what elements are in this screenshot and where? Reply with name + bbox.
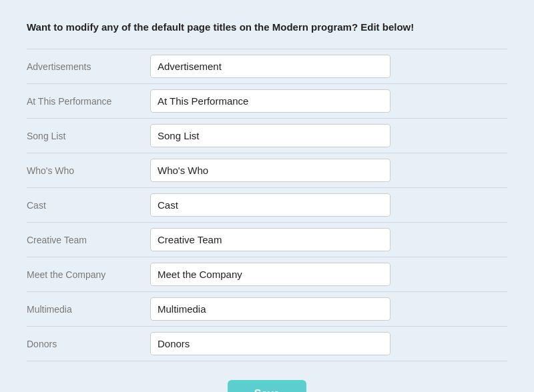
save-button[interactable]: Save bbox=[228, 380, 307, 392]
page-header: Want to modify any of the default page t… bbox=[27, 20, 507, 34]
label-advertisements: Advertisements bbox=[27, 61, 150, 72]
form-row-meet-the-company: Meet the Company bbox=[27, 257, 507, 292]
input-song-list[interactable] bbox=[150, 124, 390, 147]
label-at-this-performance: At This Performance bbox=[27, 96, 150, 107]
input-advertisements[interactable] bbox=[150, 55, 390, 78]
label-donors: Donors bbox=[27, 339, 150, 349]
form-row-creative-team: Creative Team bbox=[27, 223, 507, 257]
label-creative-team: Creative Team bbox=[27, 235, 150, 245]
form-row-cast: Cast bbox=[27, 188, 507, 223]
form-row-multimedia: Multimedia bbox=[27, 292, 507, 327]
page-container: Want to modify any of the default page t… bbox=[13, 13, 521, 392]
label-meet-the-company: Meet the Company bbox=[27, 269, 150, 280]
save-button-row: Save bbox=[27, 380, 507, 392]
form-fields: AdvertisementsAt This PerformanceSong Li… bbox=[27, 49, 507, 361]
label-cast: Cast bbox=[27, 200, 150, 211]
input-multimedia[interactable] bbox=[150, 297, 390, 321]
input-at-this-performance[interactable] bbox=[150, 89, 390, 113]
input-donors[interactable] bbox=[150, 332, 390, 355]
form-row-song-list: Song List bbox=[27, 119, 507, 153]
label-multimedia: Multimedia bbox=[27, 304, 150, 315]
input-meet-the-company[interactable] bbox=[150, 263, 390, 286]
input-whos-who[interactable] bbox=[150, 159, 390, 182]
form-row-advertisements: Advertisements bbox=[27, 49, 507, 84]
label-song-list: Song List bbox=[27, 131, 150, 141]
form-row-donors: Donors bbox=[27, 327, 507, 361]
input-creative-team[interactable] bbox=[150, 228, 390, 251]
input-cast[interactable] bbox=[150, 193, 390, 217]
label-whos-who: Who's Who bbox=[27, 165, 150, 176]
form-row-at-this-performance: At This Performance bbox=[27, 84, 507, 119]
form-row-whos-who: Who's Who bbox=[27, 153, 507, 188]
